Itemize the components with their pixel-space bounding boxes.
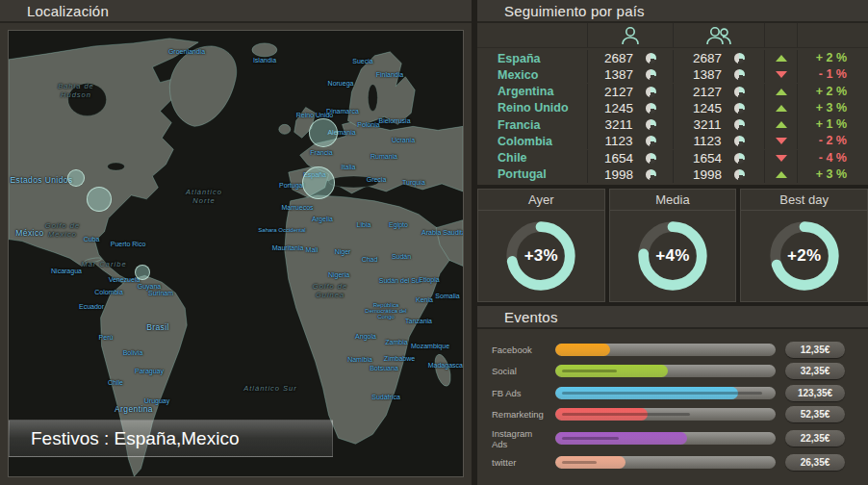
trend-cell <box>764 100 797 116</box>
trend-percent: - 2 % <box>798 133 868 149</box>
trend-arrow-icon <box>776 105 787 112</box>
madagascar-shape <box>432 353 453 388</box>
events-title: Eventos <box>504 309 558 325</box>
dashboard: Localización <box>0 0 868 485</box>
event-bar-track <box>555 387 776 399</box>
world-map[interactable]: GroenlandiaIslandiaBahia de HudsonEstado… <box>8 30 464 477</box>
pct-cell: + 2 % <box>797 84 868 100</box>
gauge-title: Media <box>610 190 736 211</box>
pie-chart-icon <box>734 169 745 180</box>
localization-title: Localización <box>27 3 109 19</box>
trend-arrow-icon <box>776 71 787 78</box>
gauge-title: Best day <box>741 190 867 211</box>
ireland-shape <box>279 124 291 134</box>
gauge-value: +3% <box>500 216 581 296</box>
event-bar-track <box>555 365 776 377</box>
map-bubble[interactable] <box>302 166 335 199</box>
country-name: Colombia <box>477 135 587 148</box>
trend-percent: - 4 % <box>798 150 868 166</box>
mediterranean-shape <box>329 176 379 188</box>
trend-cell <box>764 133 797 149</box>
map-bubble[interactable] <box>67 169 85 187</box>
group-users-icon <box>673 23 764 47</box>
country-value-1: 1245 <box>587 100 673 116</box>
iceland-shape <box>252 43 277 57</box>
trend-percent: + 3 % <box>798 100 868 116</box>
gauge-value: +2% <box>764 216 845 296</box>
value-2-text: 1998 <box>693 167 722 182</box>
event-bar-marker <box>562 461 597 464</box>
map-bubble[interactable] <box>135 265 150 280</box>
tracking-panel: Seguimiento por país <box>477 0 868 185</box>
table-row: España 2687 2687 <box>477 50 868 66</box>
pct-cell: + 1 % <box>797 116 868 133</box>
value-1-text: 1245 <box>604 101 633 115</box>
event-row: FB Ads 123,35€ <box>492 385 845 401</box>
map-bubble[interactable] <box>87 187 112 212</box>
country-value-2: 2127 <box>673 84 764 100</box>
event-label: FB Ads <box>492 388 546 398</box>
value-1-text: 2127 <box>604 85 633 99</box>
table-row: Portugal 1998 1998 <box>477 166 868 183</box>
country-value-1: 2127 <box>587 84 673 100</box>
event-label: twitter <box>492 457 546 468</box>
baltic-sea-shape <box>368 85 377 112</box>
trend-arrow-icon <box>776 55 787 62</box>
value-1-text: 3211 <box>604 117 632 132</box>
gauge-box: Ayer +3% <box>477 189 605 302</box>
localization-panel: Localización <box>0 0 472 485</box>
map-caption-text: Festivos : España,Mexico <box>31 428 239 449</box>
gauge-value: +4% <box>632 216 713 296</box>
gauge-box: Media +4% <box>609 189 737 302</box>
pct-cell: - 4 % <box>797 150 868 166</box>
event-row: Social 32,35€ <box>492 363 845 379</box>
tracking-header: Seguimiento por país <box>477 0 868 23</box>
event-bar-marker <box>562 437 619 440</box>
country-name: Chile <box>477 151 587 165</box>
gauge-title: Ayer <box>478 190 604 211</box>
country-name: Portugal <box>477 167 587 181</box>
pie-chart-icon <box>734 53 745 64</box>
event-bar-marker <box>562 392 762 395</box>
event-label: Social <box>492 366 546 376</box>
localization-header: Localización <box>0 0 472 23</box>
events-body: Facebook 12,35€ Social <box>477 329 868 485</box>
value-2-text: 1387 <box>693 67 722 82</box>
map-caption: Festivos : España,Mexico <box>9 420 333 457</box>
value-1-text: 1998 <box>604 167 633 182</box>
pie-chart-icon <box>734 69 745 80</box>
event-label: Instagram Ads <box>492 428 546 449</box>
donut-gauge: +3% <box>500 216 581 296</box>
pie-chart-icon <box>734 136 745 146</box>
event-bar-track <box>555 344 776 356</box>
pie-chart-icon <box>646 119 656 130</box>
country-name: España <box>477 52 587 65</box>
table-rows: España 2687 2687 <box>477 48 868 185</box>
table-row: Colombia 1123 1123 <box>477 133 868 149</box>
event-row: Remarketing 52,35€ <box>492 406 845 422</box>
trend-cell <box>764 66 797 83</box>
trend-percent: + 2 % <box>798 84 868 100</box>
gauges-row: Ayer +3% Media <box>477 189 868 302</box>
pct-cell: - 2 % <box>797 133 868 149</box>
gauge-body: +4% <box>610 211 736 301</box>
event-amount-badge: 12,35€ <box>785 342 845 358</box>
country-value-1: 1387 <box>587 66 673 83</box>
pie-chart-icon <box>646 103 656 114</box>
map-bubble[interactable] <box>309 118 338 147</box>
trend-cell <box>764 84 797 100</box>
gauge-box: Best day +2% <box>740 189 868 302</box>
donut-gauge: +4% <box>632 216 713 296</box>
pie-chart-icon <box>646 169 656 180</box>
greenland-shape <box>169 46 236 126</box>
event-amount-badge: 32,35€ <box>785 363 845 379</box>
value-2-text: 1654 <box>693 151 722 166</box>
event-bar-track <box>555 408 776 421</box>
event-amount-badge: 52,35€ <box>785 406 845 422</box>
table-icon-row <box>477 23 868 48</box>
value-2-text: 1123 <box>693 134 721 148</box>
value-1-text: 1123 <box>604 134 632 148</box>
trend-percent: + 2 % <box>798 50 868 66</box>
trend-percent: - 1 % <box>798 66 868 83</box>
event-row: Instagram Ads 22,35€ <box>492 428 845 449</box>
